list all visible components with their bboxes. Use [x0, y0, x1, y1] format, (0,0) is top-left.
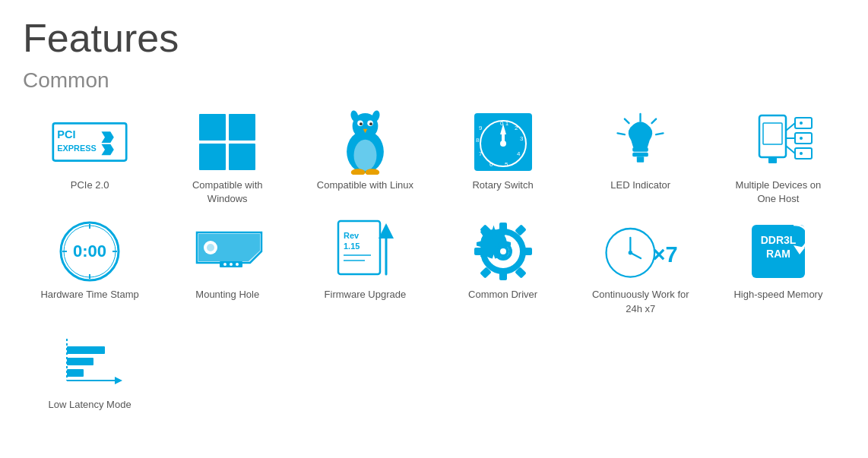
svg-rect-44: [763, 123, 782, 144]
svg-point-52: [800, 122, 803, 125]
svg-rect-5: [199, 114, 226, 141]
svg-rect-101: [67, 358, 93, 365]
memory-label: High-speed Memory: [733, 288, 822, 302]
svg-rect-8: [229, 144, 255, 170]
driver-icon: [465, 221, 541, 282]
feature-multidev: Multiple Devices on One Host: [711, 108, 845, 210]
feature-windows: Compatible with Windows: [160, 108, 294, 210]
feature-24h: ×7 Continuously Work for 24h x7: [574, 217, 708, 319]
empty-cell: [160, 327, 294, 415]
multidev-label: Multiple Devices on One Host: [729, 178, 828, 206]
svg-rect-49: [795, 118, 812, 128]
section-title: Common: [23, 68, 845, 93]
mounting-icon: [189, 221, 265, 282]
feature-mounting: Mounting Hole: [160, 217, 294, 319]
timestamp-label: Hardware Time Stamp: [40, 288, 138, 302]
svg-point-10: [353, 139, 376, 170]
feature-timestamp: 0:00 Hardware Time Stamp: [23, 217, 157, 319]
svg-rect-102: [67, 369, 84, 377]
svg-rect-78: [499, 223, 507, 232]
svg-point-91: [628, 251, 632, 254]
svg-point-66: [230, 263, 233, 266]
svg-text:1.15: 1.15: [344, 242, 360, 251]
svg-rect-6: [229, 114, 255, 141]
svg-marker-99: [115, 377, 122, 384]
feature-rotary: 0 1 2 3 4 5 6 7 8 9 Rotary Switch: [436, 108, 570, 210]
svg-point-34: [500, 141, 506, 147]
feature-firmware: Rev 1.15 Firmware Upgrade: [298, 217, 432, 319]
linux-label: Compatible with Linux: [317, 178, 413, 192]
timestamp-icon: 0:00: [52, 221, 128, 282]
feature-memory: DDR3L RAM High-speed Memory: [711, 217, 845, 319]
svg-rect-79: [499, 271, 507, 280]
feature-driver: Common Driver: [436, 217, 570, 319]
svg-rect-80: [523, 248, 532, 255]
led-label: LED Indicator: [610, 178, 670, 192]
svg-rect-51: [795, 148, 812, 159]
page: Features Common PCI EXPRESS PCIe 2.0: [0, 0, 868, 438]
svg-text:9: 9: [479, 125, 483, 131]
svg-text:0 1: 0 1: [500, 120, 509, 127]
svg-point-14: [360, 122, 363, 125]
rotary-icon: 0 1 2 3 4 5 6 7 8 9: [465, 112, 541, 172]
svg-rect-45: [768, 157, 777, 163]
svg-line-38: [625, 118, 629, 123]
multidev-icon: [740, 112, 816, 172]
firmware-label: Firmware Upgrade: [325, 288, 407, 302]
svg-line-36: [652, 118, 657, 123]
svg-point-87: [500, 248, 506, 254]
driver-label: Common Driver: [468, 288, 537, 302]
feature-latency: Low Latency Mode: [23, 327, 157, 415]
svg-point-67: [236, 263, 239, 266]
features-row1: PCI EXPRESS PCIe 2.0 Compa: [23, 108, 845, 210]
svg-point-15: [369, 122, 372, 125]
features-row2: 0:00 Hardware Time Stamp: [23, 217, 845, 319]
svg-line-37: [656, 133, 663, 134]
svg-marker-4: [102, 144, 114, 156]
svg-marker-3: [102, 131, 114, 143]
svg-line-46: [786, 123, 795, 131]
empty-cell: [436, 327, 570, 415]
features-row3: Low Latency Mode: [23, 327, 845, 415]
svg-text:0:00: 0:00: [73, 242, 106, 261]
svg-text:RAM: RAM: [766, 248, 790, 260]
rotary-label: Rotary Switch: [472, 178, 533, 192]
svg-rect-40: [632, 147, 648, 152]
feature-pcie: PCI EXPRESS PCIe 2.0: [23, 108, 157, 210]
svg-text:7: 7: [479, 150, 483, 157]
svg-line-39: [618, 133, 625, 134]
svg-text:Rev: Rev: [344, 231, 360, 240]
pcie-label: PCIe 2.0: [71, 178, 109, 192]
24h-label: Continuously Work for 24h x7: [591, 288, 690, 315]
svg-text:×7: ×7: [652, 242, 677, 267]
24h-icon: ×7: [603, 221, 679, 282]
windows-icon: [189, 112, 265, 172]
svg-point-53: [800, 137, 803, 140]
svg-point-63: [207, 244, 214, 251]
empty-cell: [574, 327, 708, 415]
svg-text:4: 4: [517, 150, 521, 157]
svg-point-54: [800, 152, 803, 155]
svg-line-48: [786, 146, 795, 153]
feature-linux: Compatible with Linux: [298, 108, 432, 210]
svg-rect-42: [637, 156, 644, 163]
svg-rect-41: [632, 152, 648, 156]
svg-text:6: 6: [489, 161, 493, 168]
latency-icon: [52, 331, 128, 392]
page-title: Features: [23, 15, 845, 61]
svg-rect-100: [67, 346, 105, 354]
svg-rect-50: [795, 133, 812, 144]
svg-point-65: [223, 263, 227, 266]
windows-label: Compatible with Windows: [178, 178, 277, 206]
memory-icon: DDR3L RAM: [740, 221, 816, 282]
empty-cell: [298, 327, 432, 415]
latency-label: Low Latency Mode: [49, 398, 131, 412]
firmware-icon: Rev 1.15: [327, 221, 403, 282]
linux-icon: [327, 112, 403, 172]
empty-cell: [711, 327, 845, 415]
svg-text:PCI: PCI: [57, 128, 75, 141]
svg-text:3: 3: [520, 135, 524, 142]
svg-text:5: 5: [505, 161, 508, 168]
svg-text:DDR3L: DDR3L: [761, 234, 797, 246]
mounting-label: Mounting Hole: [195, 288, 259, 302]
